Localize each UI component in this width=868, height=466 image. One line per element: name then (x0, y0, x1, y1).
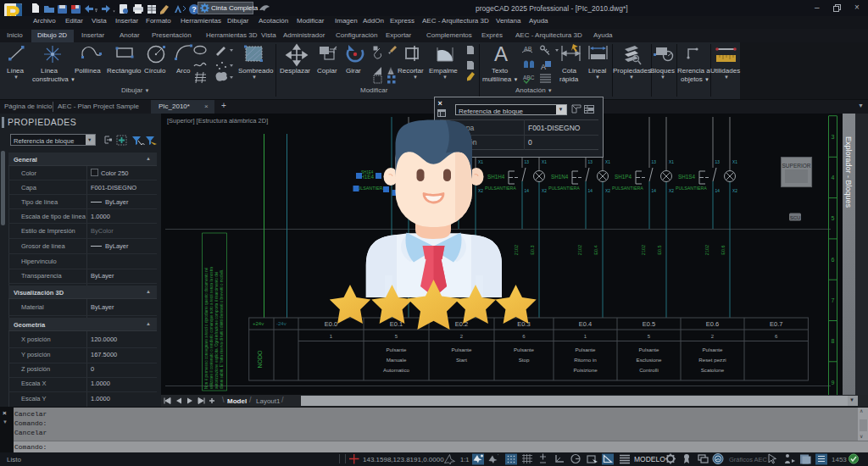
svg-text:SH1P4: SH1P4 (615, 174, 632, 180)
svg-text:7: 7 (832, 297, 835, 303)
svg-text:Reset pezzi: Reset pezzi (698, 357, 726, 363)
svg-text:SH1N4: SH1N4 (551, 174, 569, 180)
svg-text:13: 13 (588, 160, 593, 164)
svg-text:Non è permesso consegnare a te: Non è permesso consegnare a terzi o ripr… (204, 267, 209, 389)
svg-text:E0.5: E0.5 (657, 245, 662, 254)
svg-text:2102: 2102 (641, 245, 646, 255)
svg-text:1453: 1453 (832, 456, 847, 463)
svg-text:1: 1 (584, 334, 587, 339)
svg-text:+24v: +24v (253, 321, 264, 326)
svg-text:143.1598,123.8191,0.0000: 143.1598,123.8191,0.0000 (363, 456, 444, 463)
svg-text:E0.6: E0.6 (706, 320, 719, 328)
svg-text:Start: Start (456, 357, 467, 363)
svg-text:Listo: Listo (7, 456, 21, 463)
svg-text:13: 13 (715, 160, 721, 164)
svg-text:Pulsante: Pulsante (386, 347, 407, 352)
svg-text:Controlli: Controlli (639, 367, 659, 373)
svg-text:PULSANTIERA: PULSANTIERA (676, 186, 707, 191)
svg-text:?: ? (192, 5, 197, 14)
svg-text:E0.5: E0.5 (643, 320, 655, 328)
svg-text:SH1S4: SH1S4 (678, 174, 695, 180)
svg-text:X1: X1 (605, 160, 610, 164)
svg-text:X2: X2 (605, 189, 610, 193)
svg-text:[Superior] [Estructura alámbr: [Superior] [Estructura alámbrica 2D] (167, 117, 268, 125)
svg-text:13: 13 (652, 160, 657, 164)
svg-text:PULSANTIERA: PULSANTIERA (548, 186, 580, 191)
svg-text:danni subiti. E' fatta riserva: danni subiti. E' fatta riserva di tutti … (220, 269, 224, 389)
svg-text:Scatolone: Scatolone (701, 367, 725, 373)
svg-text:1:1: 1:1 (460, 456, 469, 463)
svg-text:Poisizione: Poisizione (573, 367, 598, 373)
svg-text:6: 6 (775, 334, 778, 339)
svg-text:A: A (494, 42, 508, 65)
svg-text:Pulsante: Pulsante (638, 347, 659, 352)
svg-text:8: 8 (832, 338, 835, 344)
svg-text:E0.4: E0.4 (579, 320, 592, 328)
svg-text:': ' (498, 453, 498, 458)
svg-text:A: A (541, 63, 546, 71)
svg-text:MODELO: MODELO (634, 455, 665, 463)
svg-text:6: 6 (832, 257, 835, 263)
svg-text:Automatico: Automatico (383, 367, 410, 373)
svg-text:14: 14 (652, 189, 657, 193)
svg-text:utilizzare il contenuto o rend: utilizzare il contenuto o renderlo comun… (209, 267, 214, 389)
svg-text:SCU: SCU (790, 215, 801, 220)
svg-text:SUPERIOR: SUPERIOR (782, 163, 811, 169)
svg-text:Pulsante: Pulsante (451, 347, 472, 352)
svg-text:9: 9 (832, 380, 835, 386)
svg-text:E0.4: E0.4 (593, 245, 598, 254)
svg-text:Esclusione: Esclusione (637, 357, 662, 363)
svg-text:Gráficos AEC: Gráficos AEC (729, 456, 768, 463)
svg-text:autorizzazione esplicita. Ogni: autorizzazione esplicita. Ogni infrazion… (214, 272, 219, 389)
svg-text:NODO: NODO (257, 350, 263, 369)
svg-text:5: 5 (648, 334, 651, 339)
svg-text:X1: X1 (732, 160, 737, 164)
svg-text:X2: X2 (669, 189, 674, 193)
svg-text:2102: 2102 (577, 245, 582, 255)
svg-text:Pulsante: Pulsante (575, 347, 596, 352)
svg-text:PULSANTIERA: PULSANTIERA (612, 186, 643, 191)
svg-text:14: 14 (715, 189, 721, 193)
svg-text:Manuale: Manuale (387, 357, 407, 363)
svg-text:Ritorno in: Ritorno in (574, 357, 597, 363)
svg-text:Pulsante: Pulsante (702, 347, 723, 352)
svg-text:5: 5 (832, 215, 835, 221)
svg-text:2: 2 (711, 334, 715, 339)
svg-text:X2: X2 (732, 189, 737, 193)
svg-text:2102: 2102 (704, 245, 709, 255)
svg-text:X1: X1 (669, 160, 674, 164)
svg-text:E0.7: E0.7 (770, 320, 782, 328)
svg-text:-24v: -24v (276, 321, 287, 326)
svg-text:Stop: Stop (519, 357, 530, 363)
svg-text:14: 14 (588, 189, 593, 193)
svg-text:E0.6: E0.6 (721, 245, 726, 254)
svg-text:3: 3 (832, 134, 835, 140)
svg-text:4: 4 (832, 175, 835, 180)
svg-text:Pulsante: Pulsante (514, 347, 535, 352)
